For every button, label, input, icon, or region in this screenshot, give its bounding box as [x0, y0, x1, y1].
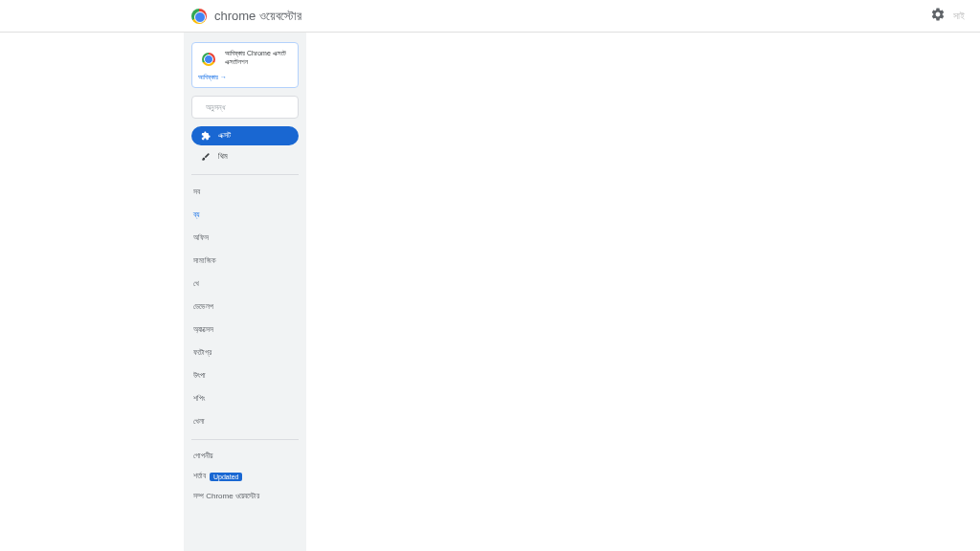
category-item-3[interactable]: সামাজিক	[191, 252, 299, 271]
category-item-5[interactable]: ডেভেলপ	[191, 298, 299, 317]
user-label[interactable]: সাই	[953, 11, 965, 22]
divider	[191, 439, 299, 440]
extension-icon	[201, 131, 211, 141]
brush-icon	[201, 152, 211, 162]
footer-about[interactable]: সম্প Chrome ওয়েবস্টোর	[191, 488, 299, 505]
page-wrap: আবিষ্কার Chrome এক্সটে এক্সটেনশন আবিষ্কা…	[0, 33, 980, 551]
nav-themes-label: থিম	[218, 152, 228, 162]
category-item-2[interactable]: অফিস	[191, 229, 299, 248]
category-item-4[interactable]: খে	[191, 275, 299, 294]
nav-extensions-label: এক্সট	[218, 131, 231, 141]
header: chrome ওয়েবস্টোর সাই	[0, 0, 980, 33]
footer-terms[interactable]: শর্তাব Updated	[191, 468, 299, 485]
category-item-6[interactable]: অ্যাক্সেস	[191, 320, 299, 340]
category-item-7[interactable]: ফটোগ্র	[191, 343, 299, 363]
gear-icon[interactable]	[930, 7, 946, 26]
search-input[interactable]	[206, 103, 306, 112]
promo-card[interactable]: আবিষ্কার Chrome এক্সটে এক্সটেনশন আবিষ্কা…	[191, 42, 299, 88]
chrome-logo-icon	[191, 9, 207, 24]
category-item-0[interactable]: সব	[191, 183, 299, 202]
promo-chrome-icon	[198, 49, 219, 70]
main-content	[306, 33, 796, 551]
nav-extensions[interactable]: এক্সট	[191, 126, 299, 145]
category-item-8[interactable]: উৎপা	[191, 366, 299, 386]
header-right: সাই	[930, 7, 965, 26]
promo-link[interactable]: আবিষ্কার →	[198, 74, 292, 81]
page-title: chrome ওয়েবস্টোর	[214, 9, 301, 24]
divider	[191, 174, 299, 175]
promo-text: আবিষ্কার Chrome এক্সটে এক্সটেনশন	[225, 49, 286, 66]
header-left: chrome ওয়েবস্টোর	[191, 9, 301, 24]
sidebar: আবিষ্কার Chrome এক্সটে এক্সটেনশন আবিষ্কা…	[184, 33, 306, 551]
container: আবিষ্কার Chrome এক্সটে এক্সটেনশন আবিষ্কা…	[184, 33, 796, 551]
category-item-9[interactable]: শপিং	[191, 389, 299, 408]
category-item-10[interactable]: খেলা	[191, 412, 299, 431]
footer-privacy[interactable]: গোপনীয়	[191, 448, 299, 465]
search-box[interactable]	[191, 96, 299, 119]
category-item-1[interactable]: ব্য	[191, 206, 299, 225]
updated-badge: Updated	[210, 473, 242, 481]
nav-themes[interactable]: থিম	[191, 147, 299, 166]
